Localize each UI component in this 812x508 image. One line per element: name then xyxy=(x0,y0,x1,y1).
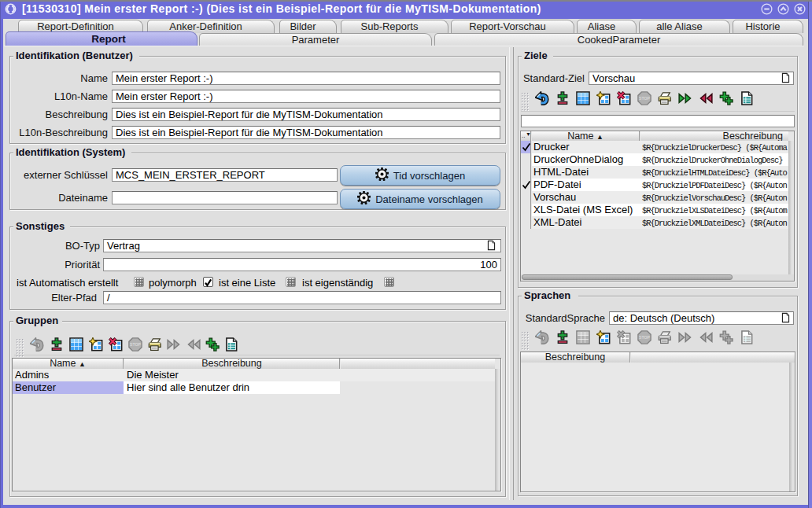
svg-text:STOP: STOP xyxy=(130,342,142,347)
svg-text:STOP: STOP xyxy=(639,335,651,340)
svg-text:STOP: STOP xyxy=(639,96,651,101)
